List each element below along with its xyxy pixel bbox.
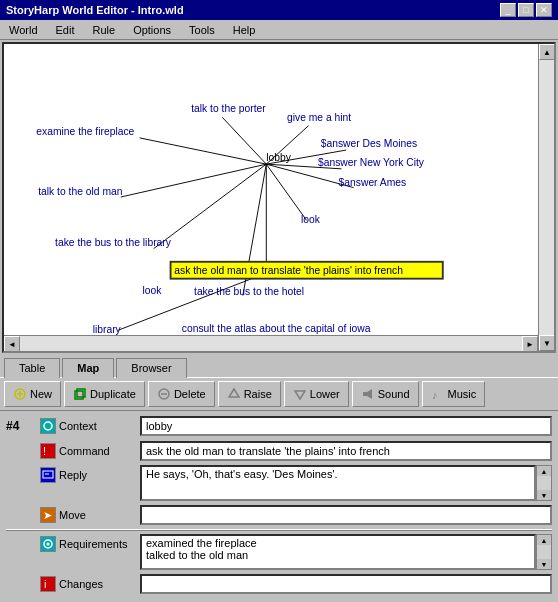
command-label: Command <box>59 445 110 457</box>
context-label-container: Context <box>40 418 140 434</box>
command-input[interactable] <box>140 441 552 461</box>
svg-text:look: look <box>301 214 321 225</box>
req-textarea[interactable] <box>140 534 536 570</box>
req-label-container: Requirements <box>40 534 140 552</box>
svg-rect-32 <box>75 391 83 399</box>
req-scroll-down[interactable]: ▼ <box>537 559 551 569</box>
menu-options[interactable]: Options <box>128 23 176 37</box>
svg-point-47 <box>47 543 50 546</box>
main-area: lobby talk to the porter give me a hint … <box>0 40 558 602</box>
menu-edit[interactable]: Edit <box>51 23 80 37</box>
req-input-container: ▲ ▼ <box>140 534 552 570</box>
move-input[interactable] <box>140 505 552 525</box>
context-label: Context <box>59 420 97 432</box>
move-icon: ➤ <box>40 507 56 523</box>
separator <box>6 529 552 531</box>
svg-text:lobby: lobby <box>266 152 291 163</box>
move-row: ➤ Move <box>6 504 552 526</box>
svg-marker-39 <box>367 389 372 399</box>
req-scrollbar[interactable]: ▲ ▼ <box>536 534 552 570</box>
svg-text:give me a hint: give me a hint <box>287 112 351 123</box>
changes-row: i Changes <box>6 573 552 595</box>
scroll-track-v[interactable] <box>539 60 554 335</box>
sound-label: Sound <box>378 388 410 400</box>
requirements-row: Requirements ▲ ▼ <box>6 534 552 570</box>
reply-textarea[interactable] <box>140 465 536 501</box>
duplicate-button[interactable]: Duplicate <box>64 381 145 407</box>
svg-line-2 <box>140 138 267 164</box>
svg-text:$answer Des Moines: $answer Des Moines <box>321 138 417 149</box>
tab-map[interactable]: Map <box>62 358 114 378</box>
scroll-track-h[interactable] <box>20 336 522 351</box>
sound-button[interactable]: Sound <box>352 381 419 407</box>
maximize-button[interactable]: □ <box>518 3 534 17</box>
scroll-down-button[interactable]: ▼ <box>539 335 555 351</box>
close-button[interactable]: ✕ <box>536 3 552 17</box>
reply-label-container: Reply <box>40 465 140 483</box>
graph-svg: lobby talk to the porter give me a hint … <box>4 44 538 335</box>
svg-text:!: ! <box>43 445 46 457</box>
context-input[interactable] <box>140 416 552 436</box>
delete-button[interactable]: Delete <box>148 381 215 407</box>
raise-button[interactable]: Raise <box>218 381 281 407</box>
scroll-up-button[interactable]: ▲ <box>539 44 555 60</box>
svg-text:take the bus to the hotel: take the bus to the hotel <box>194 286 304 297</box>
svg-text:examine the fireplace: examine the fireplace <box>36 126 134 137</box>
scroll-left-button[interactable]: ◄ <box>4 336 20 352</box>
svg-text:talk to the porter: talk to the porter <box>191 103 266 114</box>
new-label: New <box>30 388 52 400</box>
svg-text:look: look <box>142 285 162 296</box>
req-scroll-track[interactable] <box>537 545 551 559</box>
reply-scrollbar[interactable]: ▲ ▼ <box>536 465 552 501</box>
raise-label: Raise <box>244 388 272 400</box>
svg-text:➤: ➤ <box>43 509 52 521</box>
music-label: Music <box>448 388 477 400</box>
duplicate-label: Duplicate <box>90 388 136 400</box>
reply-scroll-track[interactable] <box>537 476 551 490</box>
svg-text:i: i <box>44 578 46 590</box>
changes-label-container: i Changes <box>40 576 140 592</box>
new-icon <box>13 387 27 401</box>
form-area: #4 Context ! Command <box>0 411 558 602</box>
reply-input-container: ▲ ▼ <box>140 465 552 501</box>
menu-tools[interactable]: Tools <box>184 23 220 37</box>
graph-canvas-area[interactable]: lobby talk to the porter give me a hint … <box>2 42 556 353</box>
svg-line-0 <box>222 117 266 164</box>
duplicate-icon <box>73 387 87 401</box>
menu-bar: World Edit Rule Options Tools Help <box>0 20 558 40</box>
menu-world[interactable]: World <box>4 23 43 37</box>
vertical-scrollbar[interactable]: ▲ ▼ <box>538 44 554 351</box>
move-label: Move <box>59 509 86 521</box>
minimize-button[interactable]: _ <box>500 3 516 17</box>
music-button[interactable]: ♪ Music <box>422 381 486 407</box>
svg-text:talk to the old man: talk to the old man <box>38 186 123 197</box>
svg-line-11 <box>118 273 266 330</box>
record-id: #4 <box>6 419 36 433</box>
tab-browser[interactable]: Browser <box>116 358 186 378</box>
svg-point-41 <box>44 422 52 430</box>
menu-rule[interactable]: Rule <box>88 23 121 37</box>
command-row: ! Command <box>6 440 552 462</box>
sound-icon <box>361 387 375 401</box>
tabs-row: Table Map Browser <box>0 355 558 377</box>
window-controls: _ □ ✕ <box>500 3 552 17</box>
lower-button[interactable]: Lower <box>284 381 349 407</box>
scroll-right-button[interactable]: ► <box>522 336 538 352</box>
tab-table[interactable]: Table <box>4 358 60 378</box>
req-label: Requirements <box>59 538 127 550</box>
req-scroll-up[interactable]: ▲ <box>537 535 551 545</box>
svg-text:$answer New York City: $answer New York City <box>318 157 425 168</box>
reply-scroll-up[interactable]: ▲ <box>537 466 551 476</box>
svg-text:take the bus to the library: take the bus to the library <box>55 237 172 248</box>
changes-input[interactable] <box>140 574 552 594</box>
toolbar: New Duplicate Delete Raise Lower <box>0 377 558 411</box>
horizontal-scrollbar[interactable]: ◄ ► <box>4 335 538 351</box>
move-label-container: ➤ Move <box>40 507 140 523</box>
svg-text:$answer Ames: $answer Ames <box>339 177 407 188</box>
menu-help[interactable]: Help <box>228 23 261 37</box>
command-label-container: ! Command <box>40 443 140 459</box>
context-row: #4 Context <box>6 415 552 437</box>
new-button[interactable]: New <box>4 381 61 407</box>
reply-scroll-down[interactable]: ▼ <box>537 490 551 500</box>
reply-label: Reply <box>59 469 87 481</box>
